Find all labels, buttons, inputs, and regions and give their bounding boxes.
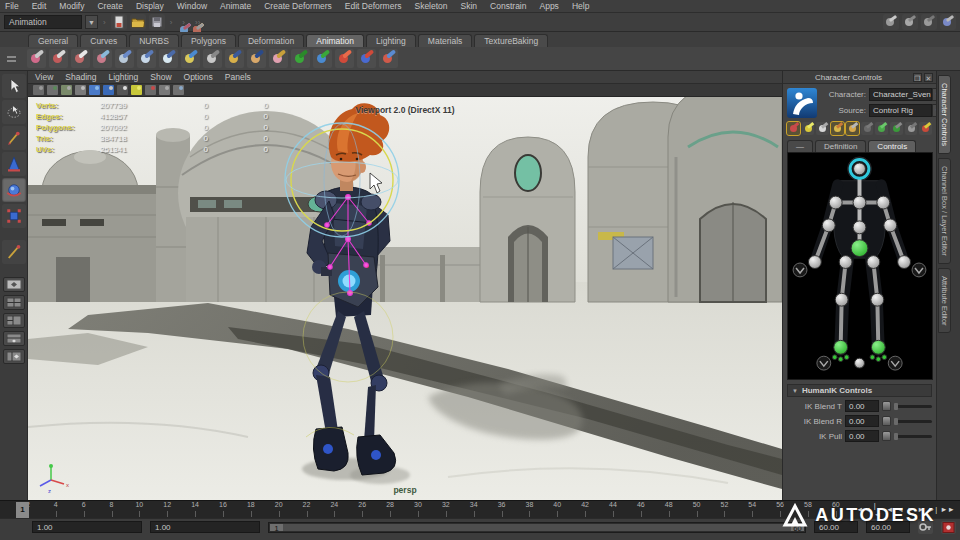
- timeline-tick[interactable]: 50: [683, 501, 711, 518]
- keyable-state-icon[interactable]: [882, 416, 891, 426]
- timeline-tick[interactable]: 32: [432, 501, 460, 518]
- close-panel-icon[interactable]: ✕: [924, 73, 933, 82]
- shelf-item-icon[interactable]: [93, 49, 112, 68]
- timeline-tick[interactable]: 10: [125, 501, 153, 518]
- character-controls-toolbar-icon[interactable]: [787, 122, 800, 135]
- viewport-menu-item[interactable]: Options: [184, 72, 213, 82]
- layout-single-pane-button[interactable]: [3, 277, 25, 292]
- layout-split-top-button[interactable]: [3, 331, 25, 346]
- character-controls-tab[interactable]: —: [787, 140, 813, 152]
- timeline-tick[interactable]: 42: [571, 501, 599, 518]
- menu-item[interactable]: Animate: [220, 1, 251, 11]
- range-start-handle[interactable]: 1: [270, 524, 283, 531]
- range-bar[interactable]: 1 60: [270, 524, 804, 531]
- menu-item[interactable]: Constrain: [490, 1, 526, 11]
- character-controls-toolbar-icon[interactable]: [846, 122, 859, 135]
- keyable-state-icon[interactable]: [882, 431, 891, 441]
- transport-button[interactable]: ►►: [940, 505, 955, 514]
- rig-expand-buttons[interactable]: [793, 263, 926, 370]
- shelf-tab[interactable]: Animation: [306, 34, 364, 47]
- keyable-state-icon[interactable]: [882, 401, 891, 411]
- shelf-tab[interactable]: Polygons: [181, 34, 236, 47]
- timeline-tick[interactable]: 8: [98, 501, 126, 518]
- shelf-item-icon[interactable]: [313, 49, 332, 68]
- shelf-item-icon[interactable]: [137, 49, 156, 68]
- character-rig-view[interactable]: [787, 152, 933, 380]
- ik-value-slider[interactable]: [894, 405, 932, 408]
- sidebar-toggle-icon[interactable]: [921, 14, 937, 30]
- humanik-logo-icon[interactable]: [787, 88, 817, 118]
- viewport-toolbar-icon[interactable]: [145, 85, 156, 95]
- ik-value-field[interactable]: 0.00: [845, 430, 879, 442]
- viewport-toolbar-icon[interactable]: [61, 85, 72, 95]
- shelf-item-icon[interactable]: [269, 49, 288, 68]
- shelf-item-icon[interactable]: [247, 49, 266, 68]
- character-controls-toolbar-icon[interactable]: [890, 122, 903, 135]
- rotate-tool[interactable]: [2, 178, 26, 202]
- shelf-tab[interactable]: General: [28, 34, 78, 47]
- ik-value-slider[interactable]: [894, 435, 932, 438]
- last-tool[interactable]: [2, 240, 26, 264]
- auto-keyframe-icon[interactable]: [941, 521, 956, 534]
- viewport-menu-item[interactable]: Lighting: [108, 72, 138, 82]
- character-select-dropdown[interactable]: Character_Sven: [869, 88, 932, 101]
- menu-item[interactable]: File: [5, 1, 19, 11]
- viewport-toolbar-icon[interactable]: [103, 85, 114, 95]
- character-controls-toolbar-icon[interactable]: [875, 122, 888, 135]
- move-tool[interactable]: [2, 152, 26, 176]
- menu-item[interactable]: Help: [572, 1, 589, 11]
- menu-item[interactable]: Edit: [32, 1, 47, 11]
- timeline-tick[interactable]: 20: [265, 501, 293, 518]
- menu-item[interactable]: Edit Deformers: [345, 1, 402, 11]
- playback-start-field[interactable]: 1.00: [150, 521, 260, 533]
- viewport-toolbar-icon[interactable]: [159, 85, 170, 95]
- statusline-divider-icon[interactable]: ›: [101, 18, 108, 27]
- character-controls-toolbar-icon[interactable]: [919, 122, 932, 135]
- sidebar-tab[interactable]: Character Controls: [938, 75, 951, 154]
- viewport-menu-item[interactable]: Show: [150, 72, 171, 82]
- character-controls-toolbar-icon[interactable]: [861, 122, 874, 135]
- humanik-controls-section-header[interactable]: ▼ HumanIK Controls: [787, 384, 932, 397]
- viewport-toolbar-icon[interactable]: [173, 85, 184, 95]
- timeline-tick[interactable]: 54: [738, 501, 766, 518]
- shelf-item-icon[interactable]: [291, 49, 310, 68]
- sidebar-toggle-icon[interactable]: [940, 14, 956, 30]
- menu-item[interactable]: Skin: [461, 1, 478, 11]
- shelf-item-icon[interactable]: [225, 49, 244, 68]
- scale-tool[interactable]: [2, 204, 26, 228]
- character-controls-tab[interactable]: Controls: [868, 140, 916, 152]
- shelf-item-icon[interactable]: [203, 49, 222, 68]
- menu-set-dropdown-arrow-icon[interactable]: ▼: [85, 15, 98, 29]
- viewport-toolbar-icon[interactable]: [117, 85, 128, 95]
- timeline-tick[interactable]: 52: [710, 501, 738, 518]
- character-controls-toolbar-icon[interactable]: [905, 122, 918, 135]
- layout-four-pane-button[interactable]: [3, 295, 25, 310]
- menu-item[interactable]: Window: [177, 1, 207, 11]
- character-controls-toolbar-icon[interactable]: [831, 122, 844, 135]
- sidebar-toggle-icon[interactable]: [883, 14, 899, 30]
- ik-value-slider[interactable]: [894, 420, 932, 423]
- ik-value-field[interactable]: 0.00: [845, 400, 879, 412]
- viewport-toolbar-icon[interactable]: [89, 85, 100, 95]
- character-controls-toolbar-icon[interactable]: [802, 122, 815, 135]
- shelf-menu-icon[interactable]: [4, 49, 18, 69]
- viewport-toolbar-icon[interactable]: [131, 85, 142, 95]
- timeline-tick[interactable]: 48: [655, 501, 683, 518]
- viewport-toolbar-icon[interactable]: [33, 85, 44, 95]
- shelf-item-icon[interactable]: [27, 49, 46, 68]
- menu-item[interactable]: Modify: [59, 1, 84, 11]
- timeline-tick[interactable]: 40: [543, 501, 571, 518]
- timeline-tick[interactable]: 28: [376, 501, 404, 518]
- float-panel-icon[interactable]: ❐: [913, 73, 922, 82]
- shelf-tab[interactable]: Lighting: [366, 34, 416, 47]
- paint-select-tool[interactable]: [2, 126, 26, 150]
- timeline-tick[interactable]: 12: [153, 501, 181, 518]
- viewport-toolbar-icon[interactable]: [47, 85, 58, 95]
- sidebar-tab[interactable]: Attribute Editor: [938, 268, 951, 334]
- shelf-item-icon[interactable]: [71, 49, 90, 68]
- shelf-item-icon[interactable]: [159, 49, 178, 68]
- timeline-tick[interactable]: 16: [209, 501, 237, 518]
- viewport-toolbar-icon[interactable]: [75, 85, 86, 95]
- character-controls-toolbar-icon[interactable]: [816, 122, 829, 135]
- viewport-3d-scene[interactable]: Verts: 207739 0 0 Edges: 412857 0 0 Poly…: [28, 97, 782, 500]
